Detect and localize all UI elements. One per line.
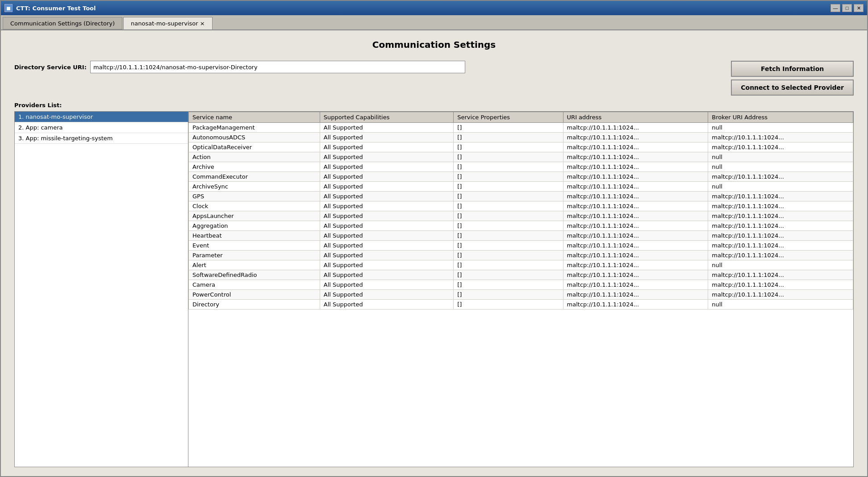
table-row[interactable]: ArchiveSyncAll Supported[]maltcp://10.1.… (189, 182, 853, 192)
minimize-button[interactable]: — (830, 4, 840, 12)
connect-to-selected-provider-button[interactable]: Connect to Selected Provider (731, 80, 854, 96)
cell-uri_address: maltcp://10.1.1.1:1024... (563, 231, 708, 241)
cell-uri_address: maltcp://10.1.1.1:1024... (563, 290, 708, 300)
uri-input[interactable] (90, 61, 465, 73)
col-header-uri-address: URI address (563, 112, 708, 123)
cell-supported_caps: All Supported (320, 201, 453, 211)
tab-bar: Communication Settings (Directory) nanos… (1, 15, 867, 30)
fetch-information-button[interactable]: Fetch Information (731, 61, 854, 77)
cell-uri_address: maltcp://10.1.1.1:1024... (563, 133, 708, 142)
cell-uri_address: maltcp://10.1.1.1:1024... (563, 260, 708, 270)
window-controls: — □ ✕ (830, 4, 864, 12)
cell-supported_caps: All Supported (320, 251, 453, 260)
cell-service_props: [] (454, 231, 563, 241)
cell-supported_caps: All Supported (320, 231, 453, 241)
cell-broker_uri: null (708, 152, 853, 162)
table-row[interactable]: SoftwareDefinedRadioAll Supported[]maltc… (189, 270, 853, 280)
cell-service_props: [] (454, 270, 563, 280)
cell-supported_caps: All Supported (320, 300, 453, 310)
cell-uri_address: maltcp://10.1.1.1:1024... (563, 172, 708, 182)
cell-service_props: [] (454, 123, 563, 133)
table-row[interactable]: PowerControlAll Supported[]maltcp://10.1… (189, 290, 853, 300)
table-row[interactable]: DirectoryAll Supported[]maltcp://10.1.1.… (189, 300, 853, 310)
table-row[interactable]: CommandExecutorAll Supported[]maltcp://1… (189, 172, 853, 182)
table-row[interactable]: AppsLauncherAll Supported[]maltcp://10.1… (189, 211, 853, 221)
cell-service_name: SoftwareDefinedRadio (189, 270, 320, 280)
cell-service_props: [] (454, 211, 563, 221)
cell-supported_caps: All Supported (320, 162, 453, 172)
table-row[interactable]: HeartbeatAll Supported[]maltcp://10.1.1.… (189, 231, 853, 241)
table-row[interactable]: AlertAll Supported[]maltcp://10.1.1.1:10… (189, 260, 853, 270)
services-table: Service name Supported Capabilities Serv… (188, 112, 853, 310)
cell-supported_caps: All Supported (320, 211, 453, 221)
provider-item-2[interactable]: 2. App: camera (15, 122, 188, 133)
table-row[interactable]: PackageManagementAll Supported[]maltcp:/… (189, 123, 853, 133)
cell-service_name: Heartbeat (189, 231, 320, 241)
cell-supported_caps: All Supported (320, 241, 453, 251)
cell-uri_address: maltcp://10.1.1.1:1024... (563, 300, 708, 310)
app-icon: ■ (4, 4, 13, 12)
cell-service_name: Camera (189, 280, 320, 290)
table-row[interactable]: ClockAll Supported[]maltcp://10.1.1.1:10… (189, 201, 853, 211)
table-row[interactable]: OpticalDataReceiverAll Supported[]maltcp… (189, 142, 853, 152)
cell-supported_caps: All Supported (320, 260, 453, 270)
cell-uri_address: maltcp://10.1.1.1:1024... (563, 182, 708, 192)
cell-broker_uri: maltcp://10.1.1.1:1024... (708, 192, 853, 201)
col-header-broker-uri: Broker URI Address (708, 112, 853, 123)
table-row[interactable]: AggregationAll Supported[]maltcp://10.1.… (189, 221, 853, 231)
cell-service_props: [] (454, 152, 563, 162)
cell-service_name: Clock (189, 201, 320, 211)
close-button[interactable]: ✕ (854, 4, 864, 12)
cell-service_props: [] (454, 201, 563, 211)
cell-uri_address: maltcp://10.1.1.1:1024... (563, 270, 708, 280)
tab-nanosat[interactable]: nanosat-mo-supervisor × (123, 17, 212, 29)
cell-uri_address: maltcp://10.1.1.1:1024... (563, 123, 708, 133)
cell-service_props: [] (454, 162, 563, 172)
table-row[interactable]: CameraAll Supported[]maltcp://10.1.1.1:1… (189, 280, 853, 290)
cell-service_name: Event (189, 241, 320, 251)
providers-label: Providers List: (14, 102, 854, 109)
cell-service_name: Directory (189, 300, 320, 310)
cell-supported_caps: All Supported (320, 280, 453, 290)
col-header-service-props: Service Properties (454, 112, 563, 123)
tab-comm-settings[interactable]: Communication Settings (Directory) (3, 17, 122, 29)
cell-broker_uri: maltcp://10.1.1.1:1024... (708, 241, 853, 251)
cell-service_props: [] (454, 260, 563, 270)
cell-broker_uri: maltcp://10.1.1.1:1024... (708, 270, 853, 280)
table-row[interactable]: ArchiveAll Supported[]maltcp://10.1.1.1:… (189, 162, 853, 172)
cell-supported_caps: All Supported (320, 270, 453, 280)
provider-item-1[interactable]: 1. nanosat-mo-supervisor (15, 112, 188, 122)
cell-broker_uri: maltcp://10.1.1.1:1024... (708, 290, 853, 300)
cell-service_props: [] (454, 221, 563, 231)
cell-service_props: [] (454, 280, 563, 290)
cell-service_name: ArchiveSync (189, 182, 320, 192)
provider-item-3[interactable]: 3. App: missile-targeting-system (15, 133, 188, 144)
cell-service_props: [] (454, 251, 563, 260)
col-header-supported-caps: Supported Capabilities (320, 112, 453, 123)
cell-service_name: Parameter (189, 251, 320, 260)
cell-service_name: AppsLauncher (189, 211, 320, 221)
table-row[interactable]: EventAll Supported[]maltcp://10.1.1.1:10… (189, 241, 853, 251)
cell-supported_caps: All Supported (320, 123, 453, 133)
cell-supported_caps: All Supported (320, 152, 453, 162)
cell-broker_uri: maltcp://10.1.1.1:1024... (708, 231, 853, 241)
cell-service_name: Aggregation (189, 221, 320, 231)
cell-supported_caps: All Supported (320, 133, 453, 142)
table-row[interactable]: GPSAll Supported[]maltcp://10.1.1.1:1024… (189, 192, 853, 201)
cell-service_props: [] (454, 290, 563, 300)
uri-label: Directory Service URI: (14, 64, 87, 71)
table-row[interactable]: AutonomousADCSAll Supported[]maltcp://10… (189, 133, 853, 142)
uri-block: Directory Service URI: (14, 61, 722, 73)
table-row[interactable]: ParameterAll Supported[]maltcp://10.1.1.… (189, 251, 853, 260)
maximize-button[interactable]: □ (842, 4, 852, 12)
cell-supported_caps: All Supported (320, 142, 453, 152)
cell-service_props: [] (454, 182, 563, 192)
cell-broker_uri: maltcp://10.1.1.1:1024... (708, 133, 853, 142)
cell-service_name: AutonomousADCS (189, 133, 320, 142)
cell-supported_caps: All Supported (320, 182, 453, 192)
cell-service_props: [] (454, 192, 563, 201)
cell-supported_caps: All Supported (320, 290, 453, 300)
header-area: Directory Service URI: Fetch Information… (14, 61, 854, 96)
table-row[interactable]: ActionAll Supported[]maltcp://10.1.1.1:1… (189, 152, 853, 162)
cell-uri_address: maltcp://10.1.1.1:1024... (563, 241, 708, 251)
